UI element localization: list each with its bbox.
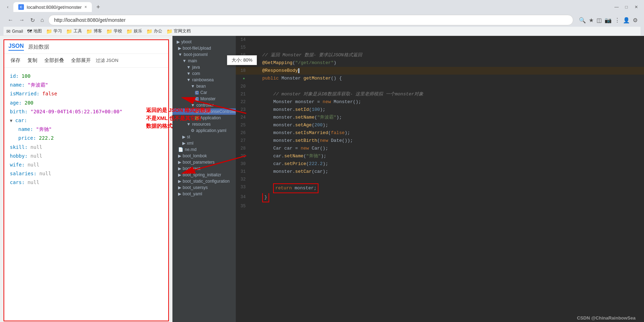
folder-open-icon: ▼	[178, 52, 182, 57]
copy-button[interactable]: 复制	[25, 56, 39, 65]
tree-label-st: st	[187, 134, 190, 139]
bookmark-entertainment[interactable]: 📁 娱乐	[126, 28, 142, 34]
folder-icon-6: 📁	[146, 29, 152, 34]
line-content-27: monster.setBirth(new Date());	[250, 137, 644, 145]
json-tab[interactable]: JSON	[8, 43, 24, 51]
json-body: id: 100 name: "奔波霸" isMarried: false age…	[4, 68, 168, 321]
tree-label-car: Car	[200, 90, 207, 95]
back-button[interactable]: ←	[6, 15, 15, 25]
bookmarks-bar: ✉ Gmail 🗺 地图 📁 学习 📁 工具 📁 博客 📁 学校 📁 娱乐 📁	[4, 27, 640, 36]
url-bar[interactable]: http://localhost:8080/get/monster	[48, 15, 573, 25]
json-panel: JSON 原始数据 保存 复制 全部折叠 全部展开 过滤 JSON id: 10…	[4, 39, 169, 321]
tree-label-com: com	[192, 71, 200, 76]
tree-item-fileupload[interactable]: ▶ boot-fileUpload	[172, 45, 236, 51]
tree-label-fileupload: boot-fileUpload	[183, 46, 211, 51]
bookmark-map[interactable]: 🗺 地图	[27, 28, 42, 34]
save-button[interactable]: 保存	[8, 56, 23, 65]
more-icon[interactable]: ⋮	[614, 17, 620, 24]
tree-item-com[interactable]: ▼ com	[172, 70, 236, 77]
tab-close-button[interactable]: ×	[84, 5, 87, 10]
profile-icon[interactable]: 👤	[623, 17, 630, 24]
tree-item-bean[interactable]: ▼ bean	[172, 83, 236, 89]
tree-item-yboot[interactable]: ▶ yboot	[172, 39, 236, 45]
val-car-name: "奔驰"	[36, 125, 52, 134]
search-icon[interactable]: 🔍	[579, 17, 586, 24]
tree-item-appyaml[interactable]: ⚙ application.yaml	[172, 127, 236, 134]
home-button[interactable]: ⌂	[39, 15, 45, 25]
code-editor[interactable]: 14 15 16 // 返回 Monster 数据- 要求以JSON格式返回 1…	[236, 36, 644, 322]
tree-item-st[interactable]: ▶ st	[172, 134, 236, 140]
browser-tab[interactable]: C localhost:8080/get/monster ×	[13, 2, 92, 12]
class-icon-rc: C	[195, 110, 199, 114]
tree-item-car[interactable]: C Car	[172, 89, 236, 96]
refresh-button[interactable]: ↻	[29, 15, 36, 25]
collapse-all-button[interactable]: 全部折叠	[42, 56, 66, 65]
raw-tab[interactable]: 原始数据	[28, 44, 49, 50]
json-field-car-price: price: 222.2	[18, 134, 163, 143]
tree-item-nemd[interactable]: 📄 ne.md	[172, 146, 236, 153]
bookmark-study-label: 学习	[53, 28, 62, 34]
minimize-button[interactable]: —	[612, 3, 621, 11]
line-num-29: 29	[236, 152, 250, 160]
line-content-32	[250, 176, 644, 183]
key-age: age:	[10, 99, 22, 107]
code-lines: 14 15 16 // 返回 Monster 数据- 要求以JSON格式返回 1…	[236, 36, 644, 210]
tree-item-application[interactable]: A Application	[172, 115, 236, 121]
val-hobby: null	[31, 152, 43, 160]
tree-item-yaml[interactable]: ▶ boot_yaml	[172, 191, 236, 197]
folder-icon9: ▶	[182, 141, 185, 146]
folder-open-icon8: ▼	[187, 122, 191, 127]
folder-icon: ▶	[178, 46, 181, 51]
bookmark-gmail[interactable]: ✉ Gmail	[6, 29, 23, 34]
tree-item-xml[interactable]: ▶ xml	[172, 140, 236, 146]
bookmark-study[interactable]: 📁 学习	[46, 28, 62, 34]
new-tab-button[interactable]: +	[93, 2, 103, 12]
forward-button[interactable]: →	[18, 15, 26, 25]
tree-label-bean: bean	[196, 84, 206, 89]
bookmark-star-icon[interactable]: ★	[589, 17, 594, 24]
code-line-21: 21 // monster 对象是从DB数据库获取- 这里老师模拟 一个mons…	[236, 90, 644, 98]
code-line-34: 34 }	[236, 193, 644, 202]
bookmark-office[interactable]: 📁 办公	[146, 28, 162, 34]
tab-title: localhost:8080/get/monster	[27, 5, 82, 10]
tree-item-resources[interactable]: ▼ resources	[172, 121, 236, 127]
tree-item-lombok[interactable]: ▶ boot_lombok	[172, 153, 236, 159]
maximize-button[interactable]: □	[622, 3, 631, 11]
json-field-cars: cars: null	[10, 178, 163, 187]
bookmark-tools[interactable]: 📁 工具	[66, 28, 82, 34]
tree-item-main[interactable]: ▼ main	[172, 58, 236, 64]
tree-item-usersys[interactable]: ▶ boot_usersys	[172, 184, 236, 191]
bookmark-blog[interactable]: 📁 博客	[86, 28, 102, 34]
tree-item-controller[interactable]: ▼ controller	[172, 102, 236, 108]
bookmark-school[interactable]: 📁 学校	[106, 28, 122, 34]
tree-item-rest[interactable]: ▶ boot_rest	[172, 165, 236, 172]
extension-icon[interactable]: ◫	[596, 17, 602, 24]
line-num-24: 24	[236, 114, 250, 121]
tree-label-xml: xml	[187, 141, 194, 146]
line-content-33: return monster;	[250, 183, 644, 193]
folder-icon-4: 📁	[106, 29, 112, 34]
tree-item-monster[interactable]: C Monster	[172, 96, 236, 102]
expand-car-arrow[interactable]: ▼	[10, 117, 12, 125]
expand-all-button[interactable]: 全部展开	[69, 56, 93, 65]
tree-item-responsecontroller[interactable]: C ResponseController	[172, 108, 236, 115]
folder-icon16: ▶	[178, 191, 181, 196]
bookmark-school-label: 学校	[114, 28, 122, 34]
tree-item-parameters[interactable]: ▶ boot_parameters	[172, 159, 236, 165]
tab-scroll-left[interactable]: ‹	[4, 3, 12, 11]
tab-bar: ‹ C localhost:8080/get/monster × + — □ ✕	[4, 2, 640, 12]
tree-item-static[interactable]: ▶ boot_static_configuration	[172, 178, 236, 184]
val-name: "奔波霸"	[27, 81, 48, 89]
tree-item-jsonxml[interactable]: ▼ boot-jsonxml	[172, 51, 236, 58]
tree-item-spring[interactable]: ▶ boot_spring_initializr	[172, 172, 236, 178]
settings-icon[interactable]: ⚙	[633, 17, 638, 24]
tree-item-java[interactable]: ▼ java	[172, 64, 236, 70]
screenshot-icon[interactable]: 📷	[605, 17, 612, 24]
bookmark-docs[interactable]: 📁 官网文档	[166, 28, 191, 34]
close-window-button[interactable]: ✕	[632, 3, 640, 11]
bookmark-entertainment-label: 娱乐	[134, 28, 142, 34]
tree-item-rainbowsea[interactable]: ▼ rainbowsea	[172, 77, 236, 83]
folder-icon10: ▶	[178, 153, 181, 158]
json-field-id: id: 100	[10, 72, 163, 81]
val-salaries: null	[39, 169, 51, 178]
